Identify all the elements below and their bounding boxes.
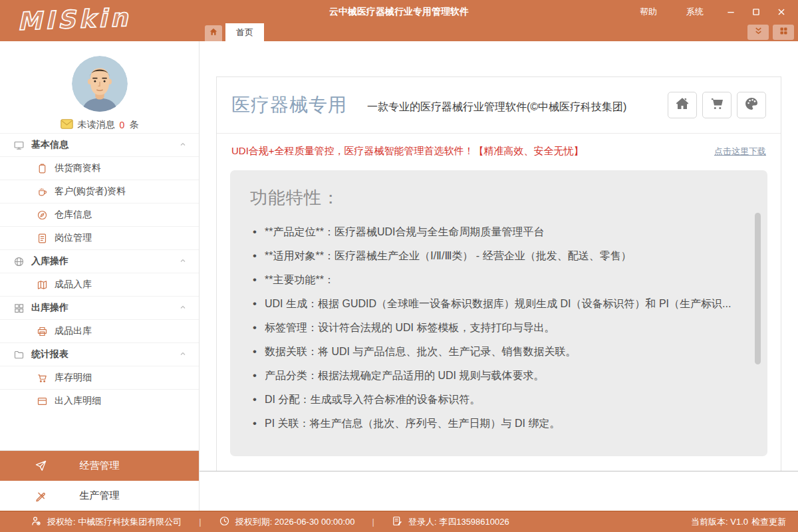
feature-item: 数据关联：将 UDI 与产品信息、批次、生产记录、销售数据关联。 <box>265 340 747 364</box>
section-label: 基本信息 <box>31 139 68 151</box>
login-user: 登录人: 李四13598610026 <box>392 515 509 529</box>
item-label: 岗位管理 <box>55 232 92 244</box>
check-update-link[interactable]: 检查更新 <box>751 516 786 528</box>
clipboard-icon <box>37 163 48 174</box>
sidebar-item-stock-detail[interactable]: 库存明细 <box>0 366 199 389</box>
home-tab-button[interactable] <box>205 25 222 41</box>
chevron-up-icon <box>179 256 187 267</box>
cup-icon <box>37 186 48 198</box>
item-label: 出入库明细 <box>55 395 101 407</box>
minimize-button[interactable] <box>718 0 743 23</box>
feature-item: **适用对象**：医疗器械生产企业（Ⅰ/Ⅱ/Ⅲ类） - 经营企业（批发、配送、零… <box>265 244 747 268</box>
send-icon <box>35 460 47 472</box>
chevron-up-icon <box>179 349 187 360</box>
document-edit-icon <box>392 515 403 529</box>
scrollbar-thumb[interactable] <box>755 213 761 364</box>
licensed-to: 授权给: 中械医疗科技集团有限公司 <box>31 515 182 529</box>
cart-icon <box>37 372 48 384</box>
table-icon <box>37 396 48 407</box>
nav-label: 生产管理 <box>0 489 199 502</box>
sidebar-item-position[interactable]: 岗位管理 <box>0 226 199 249</box>
sidebar-item-inout-detail[interactable]: 出入库明细 <box>0 389 199 412</box>
tools-icon <box>35 489 47 502</box>
version-text: 当前版本: V1.0 <box>691 516 748 528</box>
top-bar: MISkin 云中械医疗器械行业专用管理软件 帮助 系统 <box>0 0 798 41</box>
chevron-double-down-icon <box>753 26 763 39</box>
cart-action-button[interactable] <box>702 92 732 118</box>
unread-messages[interactable]: 未读消息 0 条 <box>61 119 139 131</box>
features-panel: 功能特性： **产品定位**：医疗器械UDI合规与全生命周期质量管理平台 **适… <box>230 170 767 456</box>
clock-icon <box>219 515 230 529</box>
item-label: 客户(购货者)资料 <box>55 186 126 198</box>
sidebar-section-outbound[interactable]: 出库操作 <box>0 296 199 319</box>
unread-label: 未读消息 <box>78 119 115 131</box>
compass-icon <box>37 209 48 221</box>
user-gear-icon <box>31 515 42 529</box>
maximize-button[interactable] <box>743 0 769 23</box>
home-icon <box>674 96 690 114</box>
sidebar-item-customer[interactable]: 客户(购货者)资料 <box>0 180 199 203</box>
home-icon <box>209 27 218 39</box>
sidebar-menu: 基本信息 供货商资料 客户(购货者)资料 仓库信息 <box>0 133 199 412</box>
item-label: 库存明细 <box>55 372 92 384</box>
license-expiry: 授权到期: 2026-06-30 00:00:00 <box>219 515 355 529</box>
status-bar: 授权给: 中械医疗科技集团有限公司 | 授权到期: 2026-06-30 00:… <box>0 511 798 532</box>
nav-production-management[interactable]: 生产管理 <box>0 481 199 511</box>
promo-text: UDI合规+全程质量管控，医疗器械智能管理首选软件！【精准高效、安全无忧】 <box>231 145 584 158</box>
content-card: 医疗器械专用 一款专业的医疗器械行业管理软件(©中械医疗科技集团) <box>216 76 781 471</box>
help-menu[interactable]: 帮助 <box>625 6 672 18</box>
theme-action-button[interactable] <box>737 92 766 118</box>
feature-item: **主要功能**： <box>265 268 747 292</box>
license-expiry-text: 授权到期: 2026-06-30 00:00:00 <box>235 516 355 528</box>
chevron-up-icon <box>179 303 187 313</box>
feature-item: PI 关联：将生产信息（批次、序列号、生产日期）与 DI 绑定。 <box>265 412 747 436</box>
main-divider <box>200 471 798 471</box>
home-action-button[interactable] <box>668 92 697 118</box>
unread-suffix: 条 <box>129 119 138 131</box>
statusbar-divider: | <box>372 517 374 527</box>
tab-grid-button[interactable] <box>773 25 794 40</box>
promo-row: UDI合规+全程质量管控，医疗器械智能管理首选软件！【精准高效、安全无忧】 点击… <box>217 134 781 169</box>
sidebar-item-supplier[interactable]: 供货商资料 <box>0 156 199 180</box>
grid-icon <box>779 26 789 39</box>
licensed-to-text: 授权给: 中械医疗科技集团有限公司 <box>47 516 182 528</box>
hero-header: 医疗器械专用 一款专业的医疗器械行业管理软件(©中械医疗科技集团) <box>217 77 781 134</box>
feature-item: 标签管理：设计符合法规的 UDI 标签模板，支持打印与导出。 <box>265 316 747 340</box>
sidebar-item-finished-outbound[interactable]: 成品出库 <box>0 319 199 342</box>
document-icon <box>37 233 48 244</box>
section-label: 统计报表 <box>31 348 68 360</box>
monitor-icon <box>13 140 25 151</box>
nav-business-management[interactable]: 经营管理 <box>0 451 199 481</box>
section-label: 入库操作 <box>31 255 68 267</box>
printer-icon <box>37 326 48 337</box>
nav-label: 经营管理 <box>0 460 199 472</box>
map-icon <box>37 279 48 291</box>
sidebar-section-reports[interactable]: 统计报表 <box>0 342 199 366</box>
close-button[interactable] <box>769 0 794 23</box>
feature-list: **产品定位**：医疗器械UDI合规与全生命周期质量管理平台 **适用对象**：… <box>250 220 747 436</box>
sidebar-section-inbound[interactable]: 入库操作 <box>0 249 199 273</box>
item-label: 供货商资料 <box>55 162 101 174</box>
sidebar-item-finished-inbound[interactable]: 成品入库 <box>0 273 199 296</box>
grid-outline-icon <box>13 303 25 314</box>
sidebar-item-warehouse[interactable]: 仓库信息 <box>0 203 199 226</box>
tab-strip: 首页 <box>200 23 798 41</box>
main-content: 医疗器械专用 一款专业的医疗器械行业管理软件(©中械医疗科技集团) <box>200 41 798 511</box>
chevron-up-icon <box>179 140 187 150</box>
tab-home[interactable]: 首页 <box>225 23 264 41</box>
sidebar: 未读消息 0 条 基本信息 供货商资料 <box>0 41 200 511</box>
sidebar-bottom-nav: 经营管理 生产管理 <box>0 450 199 511</box>
collapse-tabs-button[interactable] <box>747 25 769 40</box>
login-user-text: 登录人: 李四13598610026 <box>408 516 509 528</box>
page-title: 医疗器械专用 <box>231 92 347 118</box>
avatar <box>72 56 128 112</box>
download-link[interactable]: 点击这里下载 <box>714 146 766 158</box>
item-label: 成品入库 <box>55 279 92 291</box>
features-heading: 功能特性： <box>250 186 747 209</box>
palette-icon <box>743 96 759 114</box>
globe-icon <box>13 256 25 267</box>
system-menu[interactable]: 系统 <box>672 6 718 18</box>
sidebar-section-basic-info[interactable]: 基本信息 <box>0 133 199 156</box>
item-label: 仓库信息 <box>55 209 92 221</box>
feature-item: DI 分配：生成或导入符合标准的设备标识符。 <box>265 388 747 412</box>
